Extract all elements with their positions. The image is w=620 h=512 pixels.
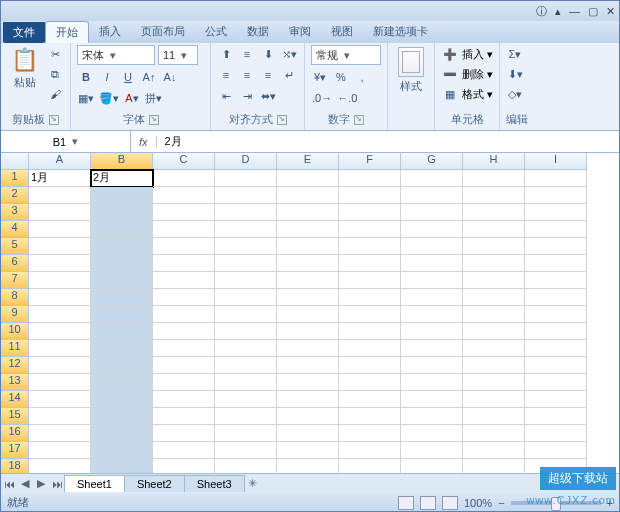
cell-E1[interactable]: [277, 170, 339, 187]
delete-cells-button[interactable]: ➖: [441, 65, 459, 83]
cell-D17[interactable]: [215, 442, 277, 459]
col-header-E[interactable]: E: [277, 153, 339, 170]
wrap-text-button[interactable]: ↵: [280, 66, 298, 84]
row-header-13[interactable]: 13: [1, 374, 29, 391]
cell-D16[interactable]: [215, 425, 277, 442]
cell-E2[interactable]: [277, 187, 339, 204]
cell-H6[interactable]: [463, 255, 525, 272]
cell-F9[interactable]: [339, 306, 401, 323]
align-center-button[interactable]: ≡: [238, 66, 256, 84]
cell-D13[interactable]: [215, 374, 277, 391]
tab-file[interactable]: 文件: [3, 22, 45, 43]
cell-F12[interactable]: [339, 357, 401, 374]
number-dialog-icon[interactable]: [354, 115, 364, 125]
cell-G8[interactable]: [401, 289, 463, 306]
cell-A7[interactable]: [29, 272, 91, 289]
cell-A8[interactable]: [29, 289, 91, 306]
cell-E3[interactable]: [277, 204, 339, 221]
clipboard-dialog-icon[interactable]: [49, 115, 59, 125]
cell-F14[interactable]: [339, 391, 401, 408]
close-icon[interactable]: ✕: [606, 5, 615, 18]
cell-G16[interactable]: [401, 425, 463, 442]
cell-A3[interactable]: [29, 204, 91, 221]
cell-C4[interactable]: [153, 221, 215, 238]
cell-D7[interactable]: [215, 272, 277, 289]
cell-D14[interactable]: [215, 391, 277, 408]
minimize-icon[interactable]: —: [569, 5, 580, 17]
row-header-3[interactable]: 3: [1, 204, 29, 221]
cell-A11[interactable]: [29, 340, 91, 357]
autosum-button[interactable]: Σ▾: [506, 45, 524, 63]
cell-H13[interactable]: [463, 374, 525, 391]
cell-C6[interactable]: [153, 255, 215, 272]
cell-E5[interactable]: [277, 238, 339, 255]
comma-button[interactable]: ,: [353, 68, 371, 86]
clear-button[interactable]: ◇▾: [506, 85, 524, 103]
cell-G14[interactable]: [401, 391, 463, 408]
cell-B3[interactable]: [91, 204, 153, 221]
cell-B6[interactable]: [91, 255, 153, 272]
cell-E12[interactable]: [277, 357, 339, 374]
col-header-A[interactable]: A: [29, 153, 91, 170]
cell-B18[interactable]: [91, 459, 153, 473]
new-sheet-button[interactable]: ✳: [245, 477, 261, 490]
cell-B17[interactable]: [91, 442, 153, 459]
cell-E9[interactable]: [277, 306, 339, 323]
align-left-button[interactable]: ≡: [217, 66, 235, 84]
cell-H7[interactable]: [463, 272, 525, 289]
cell-B9[interactable]: [91, 306, 153, 323]
formula-input[interactable]: 2月: [157, 134, 190, 149]
align-middle-button[interactable]: ≡: [238, 45, 256, 63]
cell-H9[interactable]: [463, 306, 525, 323]
cell-E6[interactable]: [277, 255, 339, 272]
cell-E11[interactable]: [277, 340, 339, 357]
cell-E16[interactable]: [277, 425, 339, 442]
cell-D18[interactable]: [215, 459, 277, 473]
row-header-5[interactable]: 5: [1, 238, 29, 255]
col-header-B[interactable]: B: [91, 153, 153, 170]
cell-A10[interactable]: [29, 323, 91, 340]
indent-increase-button[interactable]: ⇥: [238, 87, 256, 105]
cell-B5[interactable]: [91, 238, 153, 255]
tab-1[interactable]: 插入: [89, 21, 131, 43]
cell-D11[interactable]: [215, 340, 277, 357]
cell-G6[interactable]: [401, 255, 463, 272]
cell-G2[interactable]: [401, 187, 463, 204]
row-header-11[interactable]: 11: [1, 340, 29, 357]
decrease-decimal-button[interactable]: ←.0: [336, 89, 358, 107]
cell-I2[interactable]: [525, 187, 587, 204]
name-box[interactable]: B1▾: [1, 131, 131, 152]
row-header-8[interactable]: 8: [1, 289, 29, 306]
cell-G17[interactable]: [401, 442, 463, 459]
tab-4[interactable]: 数据: [237, 21, 279, 43]
percent-button[interactable]: %: [332, 68, 350, 86]
tab-3[interactable]: 公式: [195, 21, 237, 43]
number-format-select[interactable]: 常规▾: [311, 45, 381, 65]
cell-A6[interactable]: [29, 255, 91, 272]
cell-C10[interactable]: [153, 323, 215, 340]
cell-I4[interactable]: [525, 221, 587, 238]
fx-icon[interactable]: fx: [131, 136, 157, 148]
indent-decrease-button[interactable]: ⇤: [217, 87, 235, 105]
cell-F13[interactable]: [339, 374, 401, 391]
cell-F18[interactable]: [339, 459, 401, 473]
cell-I1[interactable]: [525, 170, 587, 187]
cell-I6[interactable]: [525, 255, 587, 272]
cell-C1[interactable]: [153, 170, 215, 187]
cell-C8[interactable]: [153, 289, 215, 306]
cell-B4[interactable]: [91, 221, 153, 238]
font-size-select[interactable]: 11▾: [158, 45, 198, 65]
cell-F15[interactable]: [339, 408, 401, 425]
cell-F6[interactable]: [339, 255, 401, 272]
cell-E17[interactable]: [277, 442, 339, 459]
cell-C5[interactable]: [153, 238, 215, 255]
row-header-2[interactable]: 2: [1, 187, 29, 204]
cell-B7[interactable]: [91, 272, 153, 289]
cell-C18[interactable]: [153, 459, 215, 473]
cell-B12[interactable]: [91, 357, 153, 374]
col-header-C[interactable]: C: [153, 153, 215, 170]
underline-button[interactable]: U: [119, 68, 137, 86]
cell-B2[interactable]: [91, 187, 153, 204]
cell-H18[interactable]: [463, 459, 525, 473]
cell-I5[interactable]: [525, 238, 587, 255]
